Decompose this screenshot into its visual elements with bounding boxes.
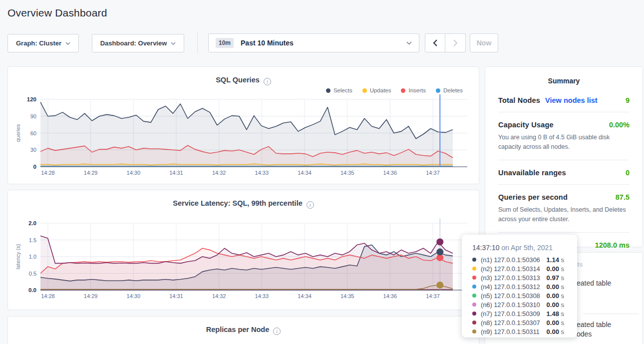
stat-label: Unavailable ranges [498, 169, 566, 177]
node-address: (n9) 127.0.0.1:50311 [481, 328, 540, 336]
node-address: (n2) 127.0.0.1:50314 [481, 265, 540, 273]
tooltip-row: (n7) 127.0.0.1:503091.48 s [472, 309, 577, 318]
hover-point-dot [436, 282, 443, 289]
node-latency-value: 1.14 s [547, 256, 564, 264]
stat-capacity-usage: Capacity Usage 0.00% You are using 0 B o… [498, 112, 630, 160]
time-range-picker[interactable]: 10m Past 10 Minutes [208, 33, 419, 52]
node-color-dot [472, 267, 476, 271]
node-color-dot [472, 276, 476, 280]
summary-card: Summary Total Nodes View nodes list 9 Ca… [485, 66, 643, 247]
info-icon[interactable]: i [264, 78, 271, 85]
y-axis-tick: 120 [27, 96, 36, 102]
node-address: (n3) 127.0.0.1:50313 [481, 274, 540, 282]
toolbar-divider [197, 33, 198, 53]
service-latency-title: Service Latency: SQL, 99th percentilei [8, 199, 479, 209]
events-divider [583, 314, 639, 314]
service-latency-chart[interactable]: 14:2814:2914:3014:3114:3214:3314:3414:35… [8, 215, 480, 305]
now-button[interactable]: Now [470, 33, 498, 52]
x-axis-tick: 14:37 [426, 293, 440, 299]
chart-title-text: Service Latency: SQL, 99th percentile [173, 199, 303, 207]
stat-description: You are using 0 B of 4.5 GiB usable disk… [498, 133, 630, 152]
tooltip-row: (n8) 127.0.0.1:503070.00 s [472, 318, 577, 327]
node-latency-value: 0.97 s [547, 274, 564, 282]
latency-unit: s [561, 328, 565, 336]
chevron-down-icon [171, 42, 176, 45]
stat-value: 1208.0 ms [595, 241, 630, 249]
service-latency-card: Service Latency: SQL, 99th percentilei 1… [7, 190, 479, 310]
stat-value: 0.00% [609, 121, 630, 129]
x-axis-tick: 14:29 [84, 170, 98, 176]
tooltip-row: (n1) 127.0.0.1:503061.14 s [472, 255, 577, 264]
stat-unavailable-ranges: Unavailable ranges 0 [498, 160, 630, 185]
page-title: Overview Dashboard [7, 7, 107, 19]
x-axis-tick: 14:31 [169, 293, 183, 299]
chevron-right-icon [453, 39, 458, 46]
x-axis-tick: 14:30 [127, 293, 141, 299]
node-color-dot [472, 330, 476, 334]
latency-unit: s [561, 301, 565, 309]
x-axis-tick: 14:35 [340, 293, 354, 299]
summary-body: Total Nodes View nodes list 9 Capacity U… [485, 85, 643, 257]
time-range-label: Past 10 Minutes [241, 39, 294, 47]
latency-unit: s [561, 292, 565, 300]
node-color-dot [472, 312, 476, 316]
stat-queries-per-second: Queries per second 87.5 Sum of Selects, … [498, 185, 630, 233]
dashboard-dropdown[interactable]: Dashboard: Overview [92, 34, 184, 52]
hover-point-dot [436, 239, 443, 246]
stat-label: Total Nodes [498, 96, 540, 104]
x-axis-tick: 14:32 [212, 293, 226, 299]
latency-unit: s [561, 283, 565, 291]
info-icon[interactable]: i [273, 328, 281, 335]
graph-dropdown[interactable]: Graph: Cluster [7, 34, 79, 52]
node-color-dot [472, 303, 476, 307]
replicas-per-node-card: Replicas per Nodei [7, 316, 479, 344]
y-axis-tick: 30 [30, 147, 36, 153]
node-latency-value: 0.00 s [547, 319, 564, 327]
latency-unit: s [561, 274, 565, 282]
overview-dashboard-page: Overview Dashboard Graph: Cluster Dashbo… [0, 0, 644, 344]
x-axis-tick: 14:34 [298, 170, 312, 176]
tooltip-row: (n4) 127.0.0.1:503120.00 s [472, 282, 577, 291]
stat-value: 9 [626, 96, 630, 104]
node-address: (n8) 127.0.0.1:50307 [481, 319, 540, 327]
y-axis-tick: 0.0 [28, 287, 36, 293]
graph-dropdown-label: Graph: Cluster [16, 39, 61, 47]
time-prev-button[interactable] [425, 33, 445, 52]
chevron-down-icon [406, 41, 412, 45]
tooltip-row: (n9) 127.0.0.1:503110.00 s [472, 327, 577, 336]
stat-label: Queries per second [498, 193, 568, 201]
node-latency-value: 0.00 s [547, 292, 564, 300]
stat-value: 0 [626, 169, 630, 177]
y-axis-label: latency (s) [15, 244, 21, 270]
x-axis-tick: 14:28 [41, 293, 55, 299]
y-axis-tick: 0.5 [29, 271, 36, 277]
tooltip-row: (n6) 127.0.0.1:503100.00 s [472, 300, 577, 309]
latency-unit: s [561, 319, 565, 327]
latency-unit: s [561, 265, 565, 273]
replicas-per-node-title: Replicas per Nodei [8, 326, 479, 335]
node-color-dot [472, 294, 476, 298]
chart-title-text: Replicas per Node [206, 326, 270, 334]
node-color-dot [472, 285, 476, 289]
sql-queries-chart[interactable]: 14:2814:2914:3014:3114:3214:3314:3414:35… [8, 92, 480, 182]
node-latency-value: 0.00 s [547, 283, 564, 291]
event-text-fragment: odes [577, 330, 592, 338]
info-icon[interactable]: i [307, 201, 314, 209]
hover-point-dot [436, 249, 443, 256]
node-address: (n1) 127.0.0.1:50306 [481, 256, 540, 264]
events-title-fragment: ts [577, 261, 583, 268]
y-axis-label: queries [15, 124, 21, 142]
time-nav-buttons [425, 33, 466, 52]
stat-value: 87.5 [616, 193, 630, 201]
tooltip-row: (n3) 127.0.0.1:503130.97 s [472, 273, 577, 282]
latency-unit: s [561, 256, 565, 264]
view-nodes-list-link[interactable]: View nodes list [545, 96, 598, 104]
x-axis-tick: 14:35 [340, 170, 354, 176]
node-latency-value: 0.00 s [547, 328, 564, 336]
node-latency-value: 1.48 s [547, 310, 564, 318]
summary-title: Summary [485, 67, 643, 85]
time-next-button[interactable] [445, 33, 466, 52]
y-axis-tick: 1.5 [29, 237, 36, 243]
node-address: (n4) 127.0.0.1:50312 [481, 283, 540, 291]
chevron-left-icon [433, 39, 437, 46]
